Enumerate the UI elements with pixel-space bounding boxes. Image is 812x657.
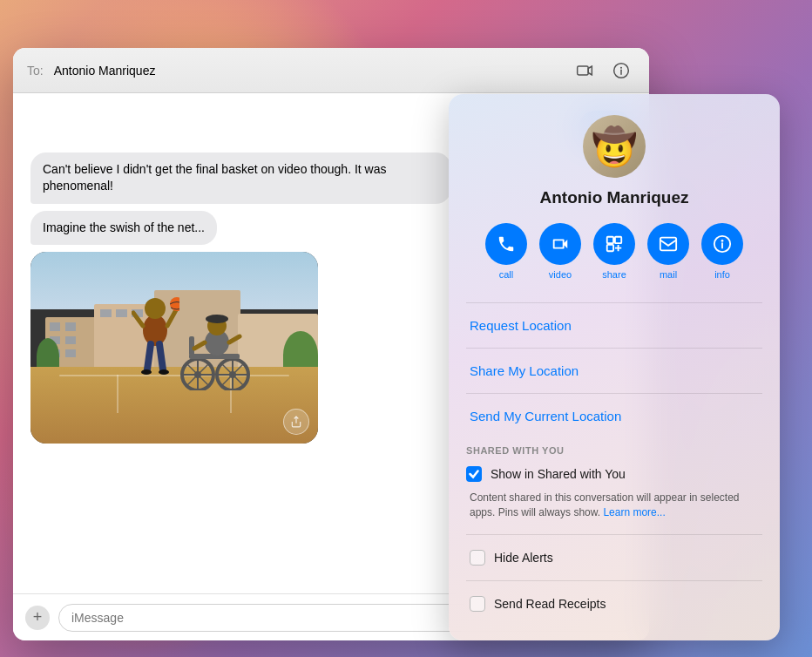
info-label: info xyxy=(714,269,730,280)
divider-4 xyxy=(466,534,762,535)
svg-line-9 xyxy=(147,344,151,369)
send-read-receipts-row: Send Read Receipts xyxy=(466,585,762,623)
shared-with-you-label: SHARED WITH YOU xyxy=(466,445,762,456)
avatar-emoji: 🤠 xyxy=(592,125,637,168)
svg-rect-36 xyxy=(660,238,676,251)
send-read-receipts-checkbox[interactable] xyxy=(470,596,485,612)
svg-point-4 xyxy=(143,315,167,346)
svg-rect-35 xyxy=(607,245,613,251)
contact-name: Antonio Manriquez xyxy=(540,188,689,207)
show-in-shared-row: Show in Shared with You xyxy=(466,463,762,491)
titlebar-actions xyxy=(571,57,635,85)
action-info-group: info xyxy=(701,223,743,280)
call-button[interactable] xyxy=(485,223,527,265)
send-current-location-link[interactable]: Send My Current Location xyxy=(466,397,762,435)
photo-court-scene xyxy=(30,252,318,444)
svg-rect-33 xyxy=(607,237,613,243)
info-action-button[interactable] xyxy=(701,223,743,265)
svg-line-10 xyxy=(159,344,163,369)
recipient-name: Antonio Manriquez xyxy=(54,64,560,78)
shared-with-you-section: SHARED WITH YOU Show in Shared with You … xyxy=(466,435,762,531)
learn-more-link[interactable]: Learn more... xyxy=(603,506,665,518)
mail-button[interactable] xyxy=(647,223,689,265)
video-button[interactable] xyxy=(539,223,581,265)
share-button[interactable] xyxy=(593,223,635,265)
svg-rect-0 xyxy=(578,66,589,75)
action-call-group: call xyxy=(485,223,527,280)
video-label: video xyxy=(549,269,572,280)
divider-5 xyxy=(466,580,762,581)
add-button[interactable]: + xyxy=(25,606,50,630)
svg-point-5 xyxy=(145,298,166,319)
shared-description: Content shared in this conversation will… xyxy=(466,491,762,531)
action-buttons: call video share xyxy=(485,223,743,280)
share-my-location-link[interactable]: Share My Location xyxy=(466,352,762,389)
facetime-button[interactable] xyxy=(571,57,599,85)
svg-line-31 xyxy=(194,342,205,349)
message-bubble-incoming-1: Can't believe I didn't get the final bas… xyxy=(30,152,451,204)
show-in-shared-label: Show in Shared with You xyxy=(491,467,626,481)
hide-alerts-checkbox[interactable] xyxy=(470,550,485,566)
svg-rect-34 xyxy=(615,237,621,243)
avatar: 🤠 xyxy=(583,115,646,178)
action-mail-group: mail xyxy=(647,223,689,280)
svg-point-29 xyxy=(206,315,228,323)
show-in-shared-checkbox[interactable] xyxy=(466,466,482,482)
svg-line-6 xyxy=(133,313,143,326)
contact-panel: 🤠 Antonio Manriquez call video xyxy=(449,94,780,640)
divider-1 xyxy=(466,302,762,303)
hide-alerts-label: Hide Alerts xyxy=(494,551,553,565)
to-label: To: xyxy=(27,64,44,78)
action-share-group: share xyxy=(593,223,635,280)
share-label: share xyxy=(602,269,626,280)
svg-line-30 xyxy=(229,336,240,342)
svg-point-11 xyxy=(141,369,152,375)
divider-2 xyxy=(466,348,762,349)
player-1 xyxy=(132,295,179,386)
photo-bubble[interactable] xyxy=(30,252,318,444)
svg-rect-26 xyxy=(189,336,194,356)
send-read-receipts-label: Send Read Receipts xyxy=(494,597,606,611)
request-location-link[interactable]: Request Location xyxy=(466,307,762,344)
player-2-wheelchair xyxy=(180,312,250,394)
titlebar: To: Antonio Manriquez xyxy=(13,48,649,93)
mail-label: mail xyxy=(660,269,677,280)
svg-point-12 xyxy=(159,369,169,375)
hide-alerts-row: Hide Alerts xyxy=(466,538,762,577)
call-label: call xyxy=(499,269,514,280)
message-bubble-incoming-2: Imagine the swish of the net... xyxy=(30,211,217,246)
info-button[interactable] xyxy=(607,57,635,85)
action-video-group: video xyxy=(539,223,581,280)
svg-line-7 xyxy=(167,308,177,326)
divider-3 xyxy=(466,393,762,394)
